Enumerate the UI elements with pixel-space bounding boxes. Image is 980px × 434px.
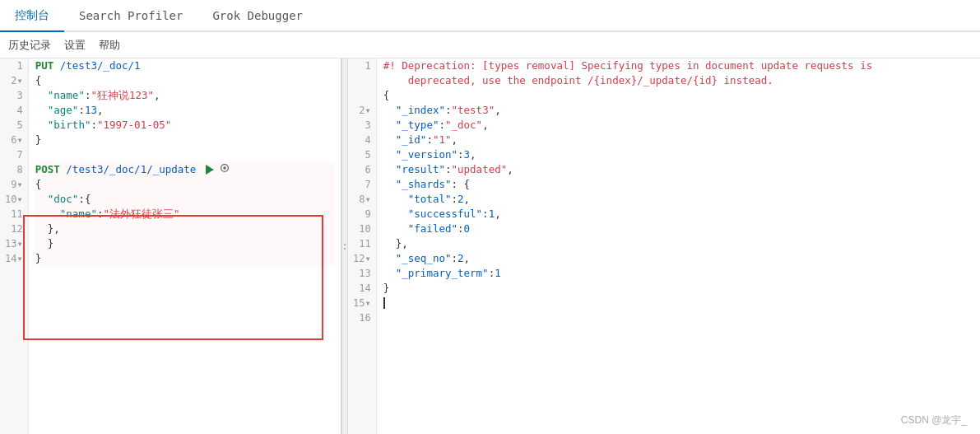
panel-separator: : xyxy=(341,58,348,434)
output-code-area: 1 2▾ 3 4 5 6 7 8▾ 9 10 11 12▾ 13 14 15▾ … xyxy=(348,58,980,434)
output-line-14: "_primary_term" : 1 xyxy=(383,266,973,281)
output-line-4: "_type" : "_doc", xyxy=(383,118,973,133)
top-nav: 控制台 Search Profiler Grok Debugger xyxy=(0,0,980,32)
output-line-warning-1: #! Deprecation: [types removal] Specifyi… xyxy=(383,58,973,88)
method-post: POST xyxy=(35,162,60,177)
output-line-12: }, xyxy=(383,236,973,251)
output-line-16 xyxy=(383,296,973,310)
editor-line-3: "name": "狂神说123", xyxy=(35,88,334,103)
run-icon xyxy=(204,164,216,175)
editor-line-14: } xyxy=(35,251,334,266)
toolbar-help[interactable]: 帮助 xyxy=(99,38,120,53)
output-line-10: "successful" : 1, xyxy=(383,207,973,222)
second-toolbar: 历史记录 设置 帮助 xyxy=(0,32,980,58)
settings-icon xyxy=(219,162,230,174)
editor-line-1: PUT /test3/_doc/1 xyxy=(35,58,334,73)
run-button[interactable] xyxy=(204,164,216,175)
editor-panel[interactable]: 1 2▾ 3 4 5 6▾ 7 8 9▾ 10▾ 11 12 13▾ 14▾ P… xyxy=(0,58,341,434)
svg-marker-0 xyxy=(206,165,214,175)
editor-line-10: "doc":{ xyxy=(35,192,334,207)
toolbar-settings[interactable]: 设置 xyxy=(64,38,86,53)
svg-point-2 xyxy=(224,166,227,170)
wrench-icon[interactable] xyxy=(219,162,230,178)
editor-line-8: POST /test3/_doc/1/_update xyxy=(35,162,334,177)
editor-line-4: "age": 13, xyxy=(35,103,334,118)
output-line-6: "_version" : 3, xyxy=(383,147,973,162)
output-line-3: "_index" : "test3", xyxy=(383,103,973,118)
editor-code-area: 1 2▾ 3 4 5 6▾ 7 8 9▾ 10▾ 11 12 13▾ 14▾ P… xyxy=(0,58,341,434)
editor-line-7 xyxy=(35,147,334,162)
output-line-11: "failed" : 0 xyxy=(383,222,973,236)
main-content: 1 2▾ 3 4 5 6▾ 7 8 9▾ 10▾ 11 12 13▾ 14▾ P… xyxy=(0,58,980,434)
output-line-8: "_shards" : { xyxy=(383,177,973,192)
output-line-13: "_seq_no" : 2, xyxy=(383,251,973,266)
editor-line-13: } xyxy=(35,236,334,251)
output-line-9: "total" : 2, xyxy=(383,192,973,207)
editor-line-6: } xyxy=(35,133,334,147)
editor-line-5: "birth": "1997-01-05" xyxy=(35,118,334,133)
editor-code-content: PUT /test3/_doc/1 { "name": "狂神说123", "a… xyxy=(29,58,341,434)
output-code-content: #! Deprecation: [types removal] Specifyi… xyxy=(377,58,980,434)
method-put: PUT xyxy=(35,58,54,73)
watermark: CSDN @龙宇_ xyxy=(901,413,967,427)
editor-line-11: "name": "法外狂徒张三" xyxy=(35,207,334,222)
nav-item-search-profiler[interactable]: Search Profiler xyxy=(64,0,197,32)
output-line-numbers: 1 2▾ 3 4 5 6 7 8▾ 9 10 11 12▾ 13 14 15▾ … xyxy=(348,58,377,434)
toolbar-history[interactable]: 历史记录 xyxy=(8,38,51,53)
output-line-7: "result" : "updated", xyxy=(383,162,973,177)
editor-line-2: { xyxy=(35,73,334,88)
output-panel: 1 2▾ 3 4 5 6 7 8▾ 9 10 11 12▾ 13 14 15▾ … xyxy=(348,58,980,434)
editor-line-numbers: 1 2▾ 3 4 5 6▾ 7 8 9▾ 10▾ 11 12 13▾ 14▾ xyxy=(0,58,29,434)
output-line-5: "_id" : "1", xyxy=(383,133,973,147)
editor-line-9: { xyxy=(35,177,334,192)
nav-item-console[interactable]: 控制台 xyxy=(0,0,64,32)
output-line-2: { xyxy=(383,88,973,103)
editor-line-12: }, xyxy=(35,222,334,236)
nav-item-grok-debugger[interactable]: Grok Debugger xyxy=(197,0,318,32)
output-line-15: } xyxy=(383,281,973,296)
nav-label-search-profiler: Search Profiler xyxy=(79,9,183,22)
cursor xyxy=(383,297,385,309)
nav-label-console: 控制台 xyxy=(15,8,49,23)
nav-label-grok-debugger: Grok Debugger xyxy=(212,9,303,22)
